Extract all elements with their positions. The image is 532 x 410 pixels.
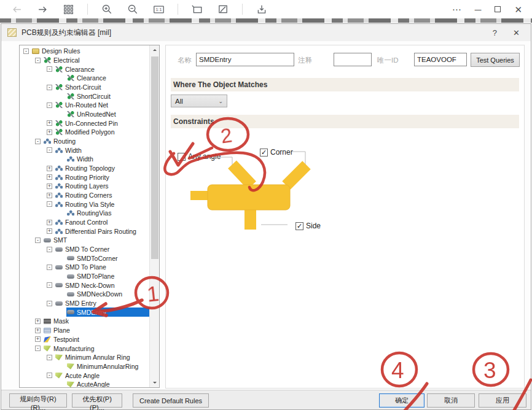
tree-content[interactable]: Testpoint — [43, 335, 149, 344]
expand-box-icon[interactable]: + — [35, 328, 41, 333]
tree-content[interactable]: MinimumAnnularRing — [66, 362, 149, 371]
collapse-box-icon[interactable]: - — [35, 238, 41, 243]
collapse-box-icon[interactable]: - — [35, 139, 41, 144]
tree-item-plane[interactable]: +Plane — [20, 326, 149, 335]
tree-item-routing-topology[interactable]: +Routing Topology — [20, 164, 149, 173]
tree-content[interactable]: Modified Polygon — [55, 128, 149, 137]
tree-item-acute-angle[interactable]: -Acute Angle — [20, 371, 149, 380]
tree-item-design-rules[interactable]: -Design Rules — [20, 47, 149, 56]
tree-item-shortcircuit[interactable]: ShortCircuit — [20, 91, 149, 101]
collapse-box-icon[interactable]: - — [23, 48, 29, 54]
forward-arrow-icon[interactable] — [36, 2, 49, 16]
collapse-box-icon[interactable]: - — [35, 346, 41, 351]
tree-content[interactable]: Routing — [43, 137, 149, 146]
tree-item-short-circuit[interactable]: -Short-Circuit — [20, 83, 149, 92]
tree-item-routing-layers[interactable]: +Routing Layers — [20, 182, 149, 191]
minimize-icon[interactable]: ─ — [475, 5, 482, 14]
tree-content[interactable]: Routing Via Style — [55, 199, 149, 209]
scope-dropdown[interactable]: All ⌄ — [171, 95, 227, 107]
tree-item-smdentry[interactable]: SMDEntry — [20, 308, 149, 317]
tree-content[interactable]: SMD Entry — [55, 299, 149, 308]
tree-item-routing-priority[interactable]: +Routing Priority — [20, 172, 149, 182]
tree-item-fanout-control[interactable]: +Fanout Control — [20, 218, 149, 227]
tree-content[interactable]: Mask — [43, 317, 149, 326]
tree-item-modified-polygon[interactable]: +Modified Polygon — [20, 128, 149, 137]
tree-item-manufacturing[interactable]: -Manufacturing — [20, 344, 149, 353]
actual-size-icon[interactable]: 1:1 — [152, 2, 165, 16]
tree-content[interactable]: Manufacturing — [43, 344, 149, 353]
tree-content[interactable]: SMD Neck-Down — [55, 280, 149, 290]
collapse-box-icon[interactable]: - — [47, 301, 52, 306]
tree-content[interactable]: SMD To Plane — [55, 263, 149, 272]
tree-content[interactable]: Un-Connected Pin — [55, 118, 149, 128]
tree-content[interactable]: Plane — [43, 326, 149, 335]
tree-content[interactable]: SMDNeckDown — [66, 290, 149, 299]
tree-item-smd-to-plane[interactable]: -SMD To Plane — [20, 263, 149, 272]
test-queries-button[interactable]: Test Queries — [471, 53, 520, 67]
tree-content[interactable]: Fanout Control — [55, 218, 149, 227]
collapse-box-icon[interactable]: - — [47, 282, 52, 288]
tree-item-width[interactable]: -Width — [20, 145, 149, 155]
tree-content[interactable]: Width — [55, 145, 149, 155]
priorities-button[interactable]: 优先权(P) (P)... — [72, 393, 122, 408]
ok-button[interactable]: 确定 — [379, 393, 424, 408]
tree-selected-content[interactable]: SMDEntry — [66, 308, 149, 317]
tree-item-routing[interactable]: -Routing — [20, 137, 149, 146]
expand-box-icon[interactable]: + — [47, 130, 52, 135]
tree-content[interactable]: UnRoutedNet — [66, 110, 149, 119]
tree-content[interactable]: AcuteAngle — [66, 380, 149, 388]
tree-item-testpoint[interactable]: +Testpoint — [20, 335, 149, 344]
tree-content[interactable]: Minimum Annular Ring — [55, 353, 149, 362]
tree-item-un-connected-pin[interactable]: +Un-Connected Pin — [20, 118, 149, 128]
tree-item-minimum-annular-ring[interactable]: -Minimum Annular Ring — [20, 353, 149, 362]
tree-item-smdneckdown[interactable]: SMDNeckDown — [20, 290, 149, 299]
expand-box-icon[interactable]: + — [47, 193, 52, 198]
collapse-box-icon[interactable]: - — [47, 373, 52, 378]
tree-content[interactable]: Routing Priority — [55, 172, 149, 182]
collapse-box-icon[interactable]: - — [47, 355, 52, 360]
tree-item-routing-corners[interactable]: +Routing Corners — [20, 191, 149, 200]
back-arrow-icon[interactable] — [10, 2, 23, 16]
collapse-box-icon[interactable]: - — [47, 201, 52, 207]
tree-content[interactable]: Routing Corners — [55, 191, 149, 200]
tree-item-smdtoplane[interactable]: SMDToPlane — [20, 272, 149, 281]
window-close-icon[interactable]: ✕ — [514, 5, 522, 14]
tree-item-un-routed-net[interactable]: -Un-Routed Net — [20, 101, 149, 110]
tree-content[interactable]: Width — [66, 155, 149, 164]
expand-box-icon[interactable]: + — [47, 166, 52, 171]
tree-content[interactable]: SMD To Corner — [55, 245, 149, 254]
dialog-close-icon[interactable]: ✕ — [513, 29, 520, 37]
overflow-menu-icon[interactable]: ⋯ — [452, 5, 461, 14]
tree-content[interactable]: Design Rules — [31, 47, 149, 56]
collapse-box-icon[interactable]: - — [47, 265, 52, 270]
tree-item-smd-neck-down[interactable]: -SMD Neck-Down — [20, 280, 149, 290]
tree-item-clearance[interactable]: Clearance — [20, 74, 149, 83]
save-download-icon[interactable] — [255, 2, 268, 16]
tree-item-clearance[interactable]: -Clearance — [20, 64, 149, 74]
tree-item-unroutednet[interactable]: UnRoutedNet — [20, 110, 149, 119]
create-default-rules-button[interactable]: Create Default Rules — [133, 393, 209, 408]
name-input[interactable] — [196, 53, 294, 66]
scrollbar-thumb[interactable] — [151, 56, 158, 259]
tree-item-electrical[interactable]: -Electrical — [20, 56, 149, 65]
tree-content[interactable]: Differential Pairs Routing — [55, 226, 149, 236]
scroll-up-icon[interactable] — [150, 45, 160, 55]
tree-item-routing-via-style[interactable]: -Routing Via Style — [20, 199, 149, 209]
tree-content[interactable]: Acute Angle — [55, 371, 149, 380]
tree-content[interactable]: SMDToCorner — [66, 253, 149, 263]
tree-content[interactable]: Routing Layers — [55, 182, 149, 191]
expand-box-icon[interactable]: + — [47, 220, 52, 225]
collapse-box-icon[interactable]: - — [47, 247, 52, 252]
expand-box-icon[interactable]: + — [47, 184, 52, 189]
cancel-button[interactable]: 取消 — [427, 393, 475, 408]
help-icon[interactable]: ? — [493, 29, 497, 37]
expand-box-icon[interactable]: + — [47, 120, 52, 126]
unique-id-input[interactable] — [414, 53, 467, 66]
tree-content[interactable]: Clearance — [55, 64, 149, 74]
grid-view-icon[interactable] — [61, 2, 75, 16]
expand-box-icon[interactable]: + — [47, 228, 52, 234]
collapse-box-icon[interactable]: - — [47, 102, 52, 108]
tree-content[interactable]: Short-Circuit — [55, 83, 149, 92]
corner-checkbox[interactable]: ✓ — [260, 149, 268, 157]
tree-content[interactable]: Clearance — [66, 74, 149, 83]
